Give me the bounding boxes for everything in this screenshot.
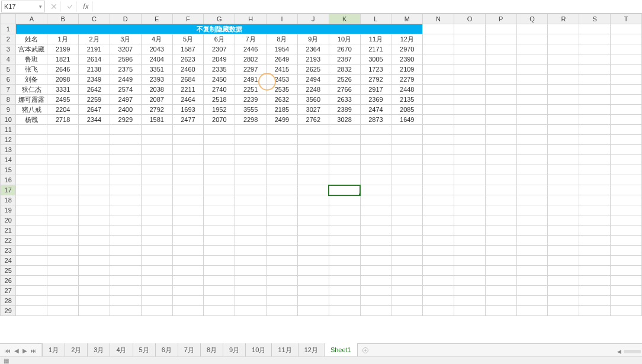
cell-B16[interactable]: [47, 175, 79, 185]
cell-G10[interactable]: 2070: [204, 115, 235, 125]
cell-N8[interactable]: [423, 95, 454, 105]
row-header-25[interactable]: 25: [1, 266, 16, 276]
cell-T25[interactable]: [611, 266, 642, 276]
cell-G28[interactable]: [204, 296, 235, 306]
cell-T18[interactable]: [611, 195, 642, 205]
cell-J9[interactable]: 3027: [297, 105, 329, 115]
cell-R3[interactable]: [548, 44, 579, 54]
cell-R17[interactable]: [548, 185, 579, 195]
cell-N19[interactable]: [423, 205, 454, 215]
sheet-tab-2月[interactable]: 2月: [65, 343, 88, 357]
cell-S2[interactable]: [579, 34, 611, 44]
cell-I25[interactable]: [267, 266, 298, 276]
cell-E17[interactable]: [141, 185, 172, 195]
tab-nav-next-icon[interactable]: ▶: [23, 347, 27, 354]
cell-S6[interactable]: [579, 75, 611, 85]
cell-D9[interactable]: 2400: [110, 105, 141, 115]
cell-K14[interactable]: [329, 155, 360, 165]
cell-M6[interactable]: 2279: [391, 75, 423, 85]
cell-P1[interactable]: [485, 24, 516, 34]
cell-O7[interactable]: [454, 85, 486, 95]
cell-J8[interactable]: 3560: [297, 95, 329, 105]
cell-P23[interactable]: [485, 246, 516, 256]
cell-D4[interactable]: 2596: [110, 54, 141, 65]
cell-G19[interactable]: [204, 205, 235, 215]
cell-E11[interactable]: [141, 125, 172, 135]
cell-F9[interactable]: 1693: [172, 105, 204, 115]
cell-R29[interactable]: [548, 306, 579, 316]
cell-Q27[interactable]: [516, 286, 548, 296]
cell-N24[interactable]: [423, 256, 454, 266]
cancel-icon[interactable]: [47, 1, 61, 12]
header-cell-D[interactable]: 3月: [110, 34, 141, 44]
cell-S15[interactable]: [579, 165, 611, 175]
cell-G24[interactable]: [204, 256, 235, 266]
cell-O9[interactable]: [454, 105, 486, 115]
cell-L28[interactable]: [360, 296, 391, 306]
cell-I6[interactable]: 2453: [267, 75, 298, 85]
cell-M11[interactable]: [391, 125, 423, 135]
cell-S10[interactable]: [579, 115, 611, 125]
cell-E27[interactable]: [141, 286, 172, 296]
cell-K18[interactable]: [329, 195, 360, 205]
cell-G3[interactable]: 2307: [204, 44, 235, 54]
cell-G8[interactable]: 2518: [204, 95, 235, 105]
cell-C5[interactable]: 2138: [79, 65, 110, 75]
cell-T28[interactable]: [611, 296, 642, 306]
cell-K7[interactable]: 2766: [329, 85, 360, 95]
cell-P18[interactable]: [485, 195, 516, 205]
cell-A21[interactable]: [16, 226, 47, 236]
col-header-R[interactable]: R: [548, 14, 579, 24]
cell-T6[interactable]: [611, 75, 642, 85]
cell-C19[interactable]: [79, 205, 110, 215]
cell-R2[interactable]: [548, 34, 579, 44]
cell-N6[interactable]: [423, 75, 454, 85]
row-header-20[interactable]: 20: [1, 215, 16, 226]
row-header-23[interactable]: 23: [1, 246, 16, 256]
cell-E3[interactable]: 2043: [141, 44, 172, 54]
cell-A22[interactable]: [16, 236, 47, 246]
row-header-1[interactable]: 1: [1, 24, 16, 34]
cell-O15[interactable]: [454, 165, 486, 175]
cell-H20[interactable]: [235, 215, 267, 226]
cell-P10[interactable]: [485, 115, 516, 125]
cell-J28[interactable]: [297, 296, 329, 306]
cell-P20[interactable]: [485, 215, 516, 226]
cell-P9[interactable]: [485, 105, 516, 115]
cell-G16[interactable]: [204, 175, 235, 185]
cell-O23[interactable]: [454, 246, 486, 256]
cell-E29[interactable]: [141, 306, 172, 316]
cell-J24[interactable]: [297, 256, 329, 266]
cell-F11[interactable]: [172, 125, 204, 135]
cell-B13[interactable]: [47, 145, 79, 155]
cell-T3[interactable]: [611, 44, 642, 54]
cell-J18[interactable]: [297, 195, 329, 205]
cell-F29[interactable]: [172, 306, 204, 316]
cell-R6[interactable]: [548, 75, 579, 85]
cell-F6[interactable]: 2684: [172, 75, 204, 85]
cell-O14[interactable]: [454, 155, 486, 165]
cell-M25[interactable]: [391, 266, 423, 276]
cell-P12[interactable]: [485, 135, 516, 145]
cell-S13[interactable]: [579, 145, 611, 155]
cell-F23[interactable]: [172, 246, 204, 256]
cell-I9[interactable]: 2185: [267, 105, 298, 115]
cell-S1[interactable]: [579, 24, 611, 34]
cell-M7[interactable]: 2448: [391, 85, 423, 95]
cell-L8[interactable]: 2369: [360, 95, 391, 105]
cell-Q23[interactable]: [516, 246, 548, 256]
cell-J10[interactable]: 2762: [297, 115, 329, 125]
col-header-Q[interactable]: Q: [516, 14, 548, 24]
cell-J23[interactable]: [297, 246, 329, 256]
cell-P7[interactable]: [485, 85, 516, 95]
cell-S18[interactable]: [579, 195, 611, 205]
cell-K22[interactable]: [329, 236, 360, 246]
cell-D7[interactable]: 2574: [110, 85, 141, 95]
cell-F24[interactable]: [172, 256, 204, 266]
cell-Q11[interactable]: [516, 125, 548, 135]
row-header-13[interactable]: 13: [1, 145, 16, 155]
cell-S7[interactable]: [579, 85, 611, 95]
cell-D5[interactable]: 2375: [110, 65, 141, 75]
cell-D16[interactable]: [110, 175, 141, 185]
cell-R9[interactable]: [548, 105, 579, 115]
